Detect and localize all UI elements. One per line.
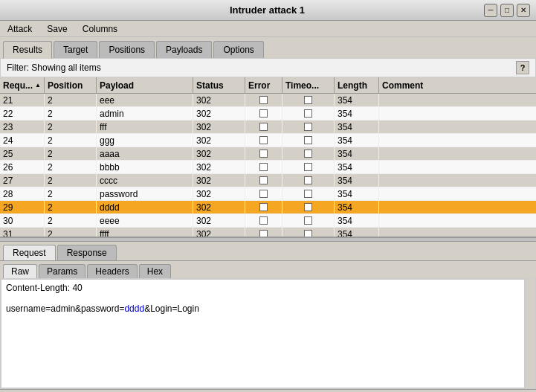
cell-error bbox=[245, 228, 282, 237]
col-timeout[interactable]: Timeo... bbox=[282, 77, 335, 93]
content-scrollbar[interactable] bbox=[525, 279, 535, 388]
col-length[interactable]: Length bbox=[335, 77, 379, 93]
tab-response[interactable]: Response bbox=[57, 245, 117, 260]
cell-comment bbox=[379, 161, 536, 173]
tab-headers[interactable]: Headers bbox=[87, 264, 137, 278]
cell-comment bbox=[379, 214, 536, 227]
main-content: Requ...▲ Position Payload Status Error T… bbox=[0, 77, 536, 392]
cell-payload: eee bbox=[97, 94, 193, 106]
cell-payload: aaaa bbox=[97, 147, 193, 160]
table-row[interactable]: 21 2 eee 302 354 bbox=[0, 94, 536, 107]
table-row[interactable]: 24 2 ggg 302 354 bbox=[0, 134, 536, 147]
minimize-button[interactable]: ─ bbox=[484, 4, 497, 17]
menu-attack[interactable]: Attack bbox=[3, 22, 36, 36]
cell-length: 354 bbox=[335, 134, 379, 147]
table-row[interactable]: 22 2 admin 302 354 bbox=[0, 107, 536, 121]
cell-pos: 2 bbox=[45, 107, 97, 120]
cell-req: 26 bbox=[0, 161, 45, 173]
cell-error bbox=[245, 94, 282, 106]
cell-length: 354 bbox=[335, 161, 379, 173]
menu-save[interactable]: Save bbox=[42, 22, 71, 36]
col-comment[interactable]: Comment bbox=[379, 77, 536, 93]
cell-length: 354 bbox=[335, 107, 379, 120]
cell-pos: 2 bbox=[45, 228, 97, 237]
col-request[interactable]: Requ...▲ bbox=[0, 77, 45, 93]
cell-comment bbox=[379, 134, 536, 147]
cell-payload: bbbb bbox=[97, 161, 193, 173]
cell-status: 302 bbox=[193, 174, 245, 187]
cell-req: 31 bbox=[0, 228, 45, 237]
search-bar: ? < + > 0 matches bbox=[0, 389, 536, 392]
cell-comment bbox=[379, 201, 536, 213]
request-response-tabs: Request Response bbox=[0, 242, 536, 260]
cell-req: 22 bbox=[0, 107, 45, 120]
menu-columns[interactable]: Columns bbox=[78, 22, 122, 36]
table-row[interactable]: 26 2 bbbb 302 354 bbox=[0, 161, 536, 174]
cell-error bbox=[245, 134, 282, 147]
cell-payload: eeee bbox=[97, 214, 193, 227]
tab-options[interactable]: Options bbox=[213, 41, 263, 58]
cell-req: 27 bbox=[0, 174, 45, 187]
tab-raw[interactable]: Raw bbox=[3, 264, 37, 278]
cell-status: 302 bbox=[193, 201, 245, 213]
cell-error bbox=[245, 174, 282, 187]
cell-length: 354 bbox=[335, 214, 379, 227]
cell-req: 21 bbox=[0, 94, 45, 106]
col-status[interactable]: Status bbox=[193, 77, 245, 93]
cell-timeout bbox=[282, 121, 335, 133]
cell-length: 354 bbox=[335, 228, 379, 237]
main-tab-bar: Results Target Positions Payloads Option… bbox=[0, 37, 536, 58]
col-error[interactable]: Error bbox=[245, 77, 282, 93]
content-line-2 bbox=[6, 293, 520, 303]
content-area[interactable]: Content-Length: 40 username=admin&passwo… bbox=[1, 279, 525, 388]
tab-payloads[interactable]: Payloads bbox=[156, 41, 212, 58]
cell-status: 302 bbox=[193, 228, 245, 237]
cell-timeout bbox=[282, 214, 335, 227]
cell-length: 354 bbox=[335, 121, 379, 133]
table-row[interactable]: 30 2 eeee 302 354 bbox=[0, 214, 536, 228]
cell-payload: ggg bbox=[97, 134, 193, 147]
maximize-button[interactable]: □ bbox=[500, 4, 514, 17]
table-row[interactable]: 31 2 ffff 302 354 bbox=[0, 228, 536, 237]
table-row[interactable]: 27 2 cccc 302 354 bbox=[0, 174, 536, 187]
cell-status: 302 bbox=[193, 121, 245, 133]
cell-payload: fff bbox=[97, 121, 193, 133]
content-highlight: dddd bbox=[124, 303, 144, 314]
cell-status: 302 bbox=[193, 107, 245, 120]
table-row[interactable]: 28 2 password 302 354 bbox=[0, 187, 536, 201]
cell-error bbox=[245, 187, 282, 200]
tab-params[interactable]: Params bbox=[39, 264, 85, 278]
cell-pos: 2 bbox=[45, 201, 97, 213]
cell-status: 302 bbox=[193, 147, 245, 160]
filter-help-button[interactable]: ? bbox=[516, 61, 529, 74]
tab-hex[interactable]: Hex bbox=[139, 264, 171, 278]
cell-req: 23 bbox=[0, 121, 45, 133]
cell-timeout bbox=[282, 228, 335, 237]
cell-status: 302 bbox=[193, 134, 245, 147]
cell-timeout bbox=[282, 147, 335, 160]
cell-length: 354 bbox=[335, 147, 379, 160]
cell-comment bbox=[379, 107, 536, 120]
col-position[interactable]: Position bbox=[45, 77, 97, 93]
close-button[interactable]: ✕ bbox=[517, 4, 530, 17]
table-row[interactable]: 25 2 aaaa 302 354 bbox=[0, 147, 536, 161]
tab-request[interactable]: Request bbox=[3, 245, 56, 260]
cell-error bbox=[245, 214, 282, 227]
cell-pos: 2 bbox=[45, 187, 97, 200]
cell-length: 354 bbox=[335, 201, 379, 213]
content-line-1: Content-Length: 40 bbox=[6, 283, 520, 293]
tab-results[interactable]: Results bbox=[3, 41, 52, 59]
cell-timeout bbox=[282, 134, 335, 147]
tab-positions[interactable]: Positions bbox=[99, 41, 155, 58]
cell-comment bbox=[379, 94, 536, 106]
tab-target[interactable]: Target bbox=[54, 41, 97, 58]
cell-length: 354 bbox=[335, 94, 379, 106]
cell-length: 354 bbox=[335, 187, 379, 200]
table-row[interactable]: 23 2 fff 302 354 bbox=[0, 121, 536, 134]
cell-payload: ffff bbox=[97, 228, 193, 237]
cell-req: 28 bbox=[0, 187, 45, 200]
table-row[interactable]: 29 2 dddd 302 354 bbox=[0, 201, 536, 214]
cell-pos: 2 bbox=[45, 121, 97, 133]
window-title: Intruder attack 1 bbox=[51, 4, 484, 16]
col-payload[interactable]: Payload bbox=[97, 77, 193, 93]
